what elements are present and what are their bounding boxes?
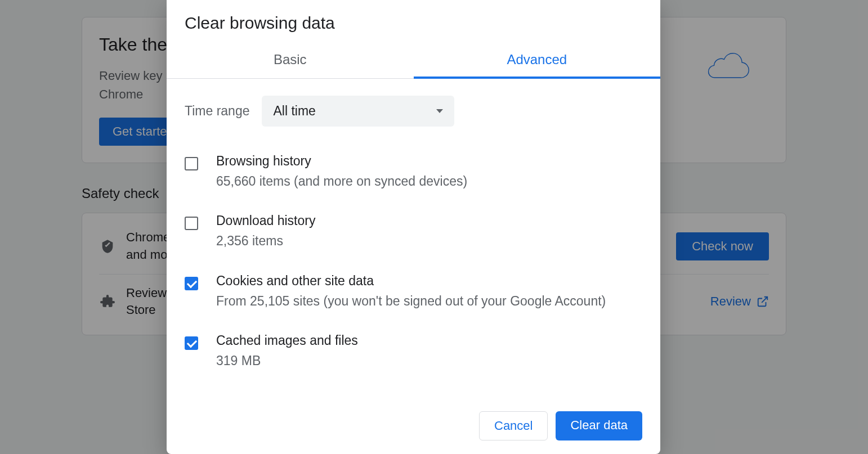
dialog-body[interactable]: Time range All time Browsing history 65,…: [167, 79, 660, 400]
dialog-title: Clear browsing data: [167, 0, 660, 44]
clear-data-button[interactable]: Clear data: [556, 411, 642, 440]
checkbox-browsing-history[interactable]: [185, 157, 198, 170]
tab-basic[interactable]: Basic: [167, 44, 414, 78]
time-range-select[interactable]: All time: [262, 96, 454, 127]
option-download-history: Download history 2,356 items: [185, 205, 642, 265]
option-browsing-history: Browsing history 65,660 items (and more …: [185, 146, 642, 205]
time-range-label: Time range: [185, 104, 249, 119]
tab-advanced[interactable]: Advanced: [414, 44, 661, 79]
option-title: Cached images and files: [216, 333, 642, 348]
option-subtitle: 65,660 items (and more on synced devices…: [216, 172, 642, 191]
dialog-tabs: Basic Advanced: [167, 44, 660, 79]
clear-browsing-data-dialog: Clear browsing data Basic Advanced Time …: [167, 0, 660, 454]
checkbox-cached[interactable]: [185, 336, 198, 350]
time-range-value: All time: [273, 104, 315, 119]
option-title: Download history: [216, 213, 642, 228]
option-title: Cookies and other site data: [216, 273, 642, 289]
checkbox-cookies[interactable]: [185, 277, 198, 290]
dialog-footer: Cancel Clear data: [167, 400, 660, 454]
cancel-button[interactable]: Cancel: [479, 411, 548, 440]
option-subtitle: 2,356 items: [216, 232, 642, 250]
option-cookies: Cookies and other site data From 25,105 …: [185, 266, 642, 325]
time-range-row: Time range All time: [185, 96, 642, 127]
option-subtitle: 319 MB: [216, 352, 642, 370]
option-cached: Cached images and files 319 MB: [185, 325, 642, 385]
chevron-down-icon: [436, 109, 443, 113]
option-subtitle: From 25,105 sites (you won't be signed o…: [216, 292, 642, 311]
option-title: Browsing history: [216, 154, 642, 169]
checkbox-download-history[interactable]: [185, 217, 198, 230]
